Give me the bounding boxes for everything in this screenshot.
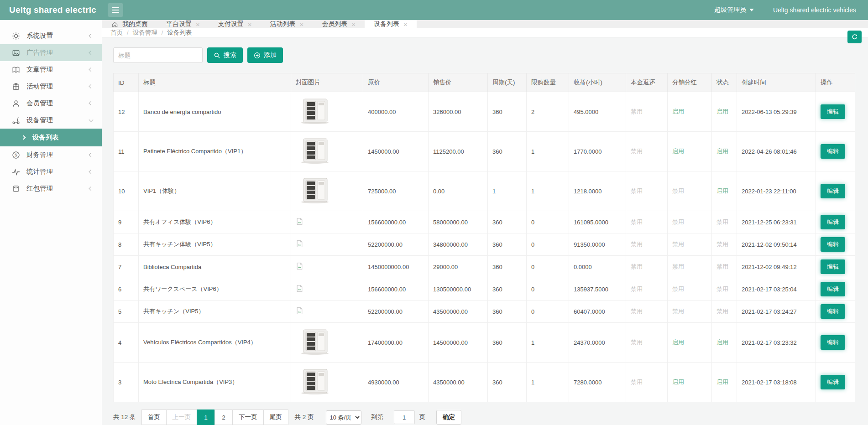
cell-limit: 0: [527, 301, 569, 323]
page-size-select[interactable]: 10 条/页: [326, 410, 361, 425]
tab-member-list[interactable]: 会员列表 ×: [313, 20, 365, 28]
cell-limit: 1: [527, 171, 569, 211]
cell-created: 2021-02-17 03:18:08: [737, 363, 816, 402]
edit-button[interactable]: 编辑: [821, 375, 845, 389]
cell-cover: [291, 211, 363, 233]
col-price: 原价: [363, 73, 429, 92]
cell-actions: 编辑: [816, 363, 855, 402]
tab-desktop[interactable]: 我的桌面: [102, 20, 157, 28]
next-page-button[interactable]: 下一页: [232, 409, 264, 425]
cell-period: 360: [488, 363, 527, 402]
col-limit: 限购数量: [527, 73, 569, 92]
prev-page-button[interactable]: 上一页: [166, 409, 198, 425]
edit-button[interactable]: 编辑: [821, 215, 845, 229]
device-table: ID 标题 封面图片 原价 销售价 周期(天) 限购数量 收益(小时) 本金返还…: [113, 73, 855, 402]
cell-id: 12: [114, 92, 139, 132]
cell-principal-flag: 禁用: [626, 233, 668, 256]
app-title: Ueltg shared electric: [0, 5, 102, 15]
breadcrumb-device-management[interactable]: 设备管理: [133, 29, 157, 37]
cell-period: 360: [488, 278, 527, 301]
chevron-left-icon: [89, 84, 94, 89]
table-header-row: ID 标题 封面图片 原价 销售价 周期(天) 限购数量 收益(小时) 本金返还…: [114, 73, 855, 92]
page-button-1[interactable]: 1: [197, 409, 215, 425]
cell-id: 11: [114, 132, 139, 171]
page-unit-label: 页: [419, 413, 426, 421]
cell-period: 360: [488, 211, 527, 233]
search-button[interactable]: 搜索: [207, 47, 243, 63]
sidebar-item-article-management[interactable]: 文章管理: [0, 61, 102, 78]
table-row: 6 共有ワークスペース（VIP6）: [114, 278, 855, 301]
device-photo: [296, 177, 335, 205]
cell-id: 3: [114, 363, 139, 402]
plus-circle-icon: [254, 52, 261, 59]
device-photo: [296, 368, 335, 396]
goto-page-input[interactable]: [394, 410, 415, 424]
cell-sale-price: 4350000.00: [429, 363, 488, 402]
confirm-button[interactable]: 确定: [436, 410, 461, 425]
sidebar-item-activity-management[interactable]: 活动管理: [0, 78, 102, 95]
tab-label: 设备列表: [374, 20, 399, 28]
last-page-button[interactable]: 尾页: [263, 409, 288, 425]
edit-button[interactable]: 编辑: [821, 144, 845, 159]
refresh-button[interactable]: [847, 31, 862, 43]
search-input[interactable]: [113, 47, 203, 63]
breadcrumb-home[interactable]: 首页: [110, 29, 123, 37]
page-button-2[interactable]: 2: [214, 409, 233, 425]
cell-income: 24370.0000: [569, 323, 626, 363]
cell-sale-price: 43500000.00: [429, 301, 488, 323]
first-page-button[interactable]: 首页: [141, 409, 167, 425]
edit-button[interactable]: 编辑: [821, 335, 845, 350]
tab-activity-list[interactable]: 活动列表 ×: [261, 20, 313, 28]
sidebar-item-finance-management[interactable]: $ 财务管理: [0, 146, 102, 163]
close-icon[interactable]: ×: [300, 21, 304, 28]
cell-income: 91350.0000: [569, 233, 626, 256]
sidebar-subitem-device-list[interactable]: 设备列表: [0, 129, 102, 146]
tab-device-list[interactable]: 设备列表 ×: [365, 20, 417, 28]
cell-cover: [291, 301, 363, 323]
cell-id: 4: [114, 323, 139, 363]
chevron-down-icon: [749, 9, 754, 11]
col-cover: 封面图片: [291, 73, 363, 92]
add-button[interactable]: 添加: [247, 47, 283, 63]
edit-button[interactable]: 编辑: [821, 282, 845, 296]
cell-limit: 0: [527, 278, 569, 301]
tab-platform-settings[interactable]: 平台设置 ×: [157, 20, 209, 28]
col-status: 状态: [712, 73, 737, 92]
sidebar-item-red-packet-management[interactable]: 红包管理: [0, 180, 102, 197]
image-icon: [12, 49, 20, 57]
cell-created: 2021-02-17 03:23:32: [737, 323, 816, 363]
tab-payment-settings[interactable]: 支付设置 ×: [209, 20, 261, 28]
admin-dropdown[interactable]: 超级管理员: [714, 6, 754, 14]
close-icon[interactable]: ×: [351, 21, 356, 28]
sidebar-item-ad-management[interactable]: 广告管理: [0, 44, 102, 61]
cell-limit: 0: [527, 256, 569, 278]
cell-income: 161095.0000: [569, 211, 626, 233]
edit-button[interactable]: 编辑: [821, 259, 845, 274]
edit-button[interactable]: 编辑: [821, 104, 845, 119]
edit-button[interactable]: 编辑: [821, 184, 845, 198]
sidebar-item-statistics-management[interactable]: 统计管理: [0, 163, 102, 180]
sidebar-item-system-settings[interactable]: 系统设置: [0, 27, 102, 44]
edit-button[interactable]: 编辑: [821, 304, 845, 319]
sidebar-toggle-button[interactable]: [108, 3, 123, 17]
sidebar-item-label: 财务管理: [26, 150, 89, 159]
cell-limit: 0: [527, 211, 569, 233]
cell-created: 2021-02-17 03:25:04: [737, 278, 816, 301]
cell-created: 2022-01-23 22:11:00: [737, 171, 816, 211]
cell-cover: [291, 132, 363, 171]
sidebar-item-member-management[interactable]: 会员管理: [0, 95, 102, 112]
close-icon[interactable]: ×: [403, 21, 408, 28]
cell-price: 4930000.00: [363, 363, 429, 402]
edit-button[interactable]: 编辑: [821, 237, 845, 252]
goto-label: 到第: [371, 413, 384, 421]
search-icon: [214, 52, 220, 59]
cell-dividend-flag: 禁用: [668, 278, 712, 301]
cell-status-flag: 启用: [712, 171, 737, 211]
close-icon[interactable]: ×: [248, 21, 252, 28]
cell-status-flag: 禁用: [712, 211, 737, 233]
cell-created: 2022-06-13 05:29:39: [737, 92, 816, 132]
col-principal: 本金返还: [626, 73, 668, 92]
close-icon[interactable]: ×: [196, 21, 200, 28]
top-bar: Ueltg shared electric 超级管理员 Ueltg shared…: [0, 0, 868, 20]
sidebar-item-device-management[interactable]: 设备管理: [0, 112, 102, 129]
